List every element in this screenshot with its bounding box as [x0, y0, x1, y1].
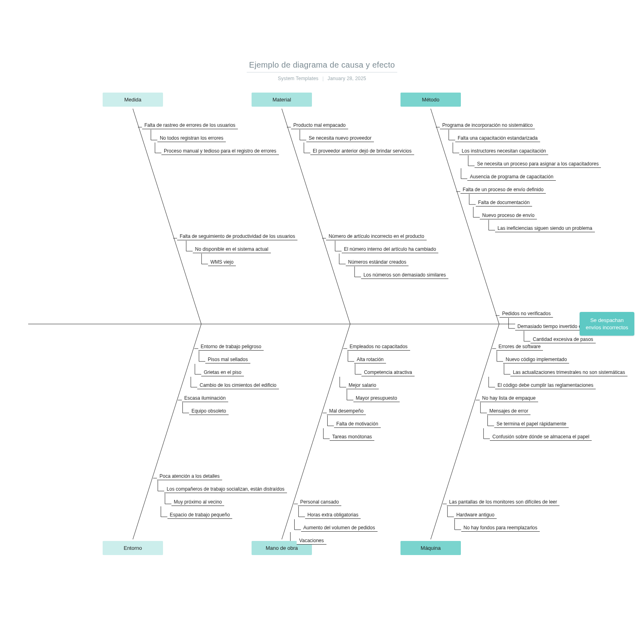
cause-node: Tareas monótonas — [330, 434, 374, 441]
svg-line-5 — [282, 324, 350, 539]
cause-node: Nuevo proceso de envío — [480, 213, 537, 219]
subtitle-date: January 28, 2025 — [328, 76, 366, 81]
cause-node: Mensajes de error — [487, 408, 531, 415]
cause-node: Confusión sobre dónde se almacena el pap… — [490, 434, 592, 441]
cause-node: Cambio de los cimientos del edificio — [197, 382, 279, 389]
category-medida: Medida — [103, 93, 163, 107]
cause-node: Los compañeros de trabajo socializan, es… — [164, 486, 287, 493]
cause-node: Errores de software — [496, 344, 543, 351]
cause-node: Espacio de trabajo pequeño — [167, 512, 232, 519]
title-block: Ejemplo de diagrama de causa y efecto Sy… — [0, 60, 644, 81]
cause-node: No todos registran los errores — [157, 135, 226, 142]
subtitle-author: System Templates — [278, 76, 318, 81]
cause-node: Alta rotación — [354, 357, 386, 363]
cause-node: No hay fondos para reemplazarlos — [461, 525, 540, 532]
cause-node: Mal desempeño — [327, 408, 366, 415]
cause-node: Competencia atractiva — [361, 369, 414, 376]
cause-node: Los instructores necesitan capacitación — [459, 148, 548, 155]
cause-node: Equipo obsoleto — [189, 408, 229, 415]
category-metodo: Método — [400, 93, 461, 107]
cause-node: Falta una capacitación estandarizada — [455, 135, 540, 142]
cause-node: Grietas en el piso — [201, 369, 244, 376]
cause-node: Proceso manual y tedioso para el registr… — [161, 148, 279, 155]
cause-node: Falta de documentación — [476, 200, 532, 206]
cause-node: Cantidad excesiva de pasos — [530, 336, 596, 343]
effect-box: Se despachan envíos incorrectos — [580, 312, 634, 336]
cause-node: Producto mal empacado — [291, 122, 348, 129]
cause-node: Hardware antiguo — [454, 512, 497, 519]
cause-node: Mejor salario — [346, 382, 379, 389]
category-maquina: Máquina — [400, 541, 461, 555]
fishbone-lines — [0, 0, 644, 644]
cause-node: Muy próximo al vecino — [171, 499, 224, 506]
cause-node: Pisos mal sellados — [205, 357, 250, 363]
category-entorno: Entorno — [103, 541, 163, 555]
cause-node: Las ineficiencias siguen siendo un probl… — [495, 225, 594, 232]
cause-node: Falta de seguimiento de productividad de… — [177, 233, 297, 240]
svg-line-4 — [133, 324, 201, 539]
cause-node: Programa de incorporación no sistemático — [440, 122, 535, 129]
cause-node: Se necesita nuevo proveedor — [306, 135, 374, 142]
cause-node: Escasa iluminación — [182, 395, 228, 402]
effect-label: Se despachan envíos incorrectos — [586, 317, 628, 330]
cause-node: Los números son demasiado similares — [361, 272, 448, 279]
cause-node: Las actualizaciones trimestrales no son … — [510, 369, 627, 376]
cause-node: Personal cansado — [298, 499, 341, 506]
cause-node: Empleados no capacitados — [347, 344, 410, 351]
cause-node: Nuevo código implementado — [503, 357, 569, 363]
cause-node: Número de artículo incorrecto en el prod… — [326, 233, 426, 240]
cause-node: Falta de un proceso de envío definido — [460, 187, 546, 194]
cause-node: Se necesita un proceso para asignar a lo… — [475, 161, 601, 168]
cause-node: El proveedor anterior dejó de brindar se… — [310, 148, 414, 155]
cause-node: Ausencia de programa de capacitación — [467, 174, 555, 181]
cause-node: Mayor presupuesto — [353, 395, 400, 402]
svg-line-6 — [431, 324, 499, 539]
category-material: Material — [252, 93, 312, 107]
cause-node: Horas extra obligatorias — [305, 512, 361, 519]
cause-node: Las pantallas de los monitores son difíc… — [447, 499, 559, 506]
cause-node: Vacaciones — [297, 538, 326, 545]
cause-node: Pedidos no verificados — [500, 311, 553, 318]
cause-node: Números estándar creados — [346, 259, 409, 266]
cause-node: Entorno de trabajo peligroso — [198, 344, 264, 351]
diagram-title: Ejemplo de diagrama de causa y efecto — [247, 60, 397, 72]
cause-node: Falta de rastreo de errores de los usuar… — [142, 122, 238, 129]
cause-node: El código debe cumplir las reglamentacio… — [495, 382, 596, 389]
cause-node: No disponible en el sistema actual — [193, 246, 271, 253]
cause-node: No hay lista de empaque — [480, 395, 538, 402]
cause-node: El número interno del artículo ha cambia… — [342, 246, 439, 253]
cause-node: Se termina el papel rápidamente — [494, 421, 569, 428]
subtitle-divider: | — [322, 76, 324, 81]
cause-node: Poca atención a los detalles — [157, 473, 222, 480]
cause-node: WMS viejo — [208, 259, 236, 266]
diagram-subtitle: System Templates | January 28, 2025 — [0, 76, 644, 81]
cause-node: Falta de motivación — [334, 421, 381, 428]
cause-node: Aumento del volumen de pedidos — [301, 525, 378, 532]
